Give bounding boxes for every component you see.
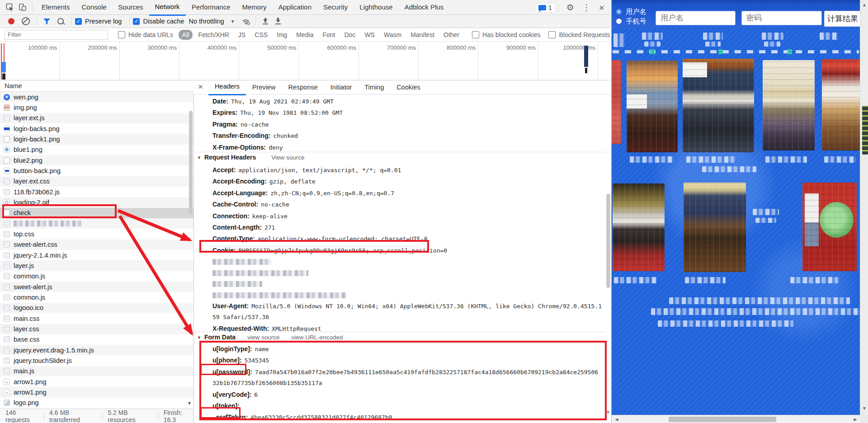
view-source-link[interactable]: view source [247,334,279,341]
request-row[interactable]: sweet-alert.css [0,240,193,250]
thumbnail[interactable] [627,61,678,152]
close-devtools-icon[interactable]: × [595,2,609,13]
filter-input[interactable] [5,30,108,40]
page-horizontal-scroll-thumb[interactable] [669,417,776,422]
thumbnail[interactable] [613,183,665,271]
filter-chip[interactable]: CSS [251,30,271,40]
page-vertical-scrollbar[interactable]: ▲ ▼ [860,0,868,415]
request-row[interactable]: blue2.png [0,155,193,165]
radio-phone[interactable]: 手机号 [616,16,646,26]
thumbnail[interactable] [822,59,860,150]
request-row[interactable]: main.js [0,366,193,376]
filter-chip[interactable]: WS [361,30,378,40]
scroll-up-icon[interactable]: ▲ [860,2,868,7]
details-tab[interactable]: Cookies [390,80,426,94]
request-row[interactable]: main.css [0,313,193,324]
request-row[interactable] [0,218,193,229]
details-tab[interactable]: Initiator [324,80,359,94]
request-row[interactable]: loading-2.gif [0,197,193,207]
preserve-log-checkbox[interactable]: Preserve log [75,18,122,25]
filter-chip[interactable]: Fetch/XHR [194,30,232,40]
network-conditions-icon[interactable] [241,16,251,26]
filter-chip[interactable]: Manifest [407,30,438,40]
import-har-icon[interactable] [260,16,270,26]
thumbnail-cut[interactable] [612,60,621,144]
disable-cache-checkbox[interactable]: Disable cache [133,18,184,25]
devtools-tab[interactable]: Console [76,0,113,14]
filter-chip[interactable]: Img [273,30,291,40]
scroll-left-icon[interactable]: ◀ [613,417,621,422]
request-row[interactable]: top.css [0,229,193,239]
scroll-down-icon[interactable]: ▼ [186,400,193,407]
scroll-down-icon[interactable]: ▼ [860,406,868,411]
network-timeline-overview[interactable]: 100000 ms200000 ms300000 ms400000 ms5000… [0,42,611,80]
request-row[interactable]: logooo.ico [0,303,193,313]
scroll-down-icon[interactable]: ▼ [604,409,612,416]
devtools-tab[interactable]: Sources [113,0,149,14]
close-details-icon[interactable]: × [193,82,208,93]
request-row[interactable]: jquery.event.drag-1.5.min.js [0,345,193,355]
request-row[interactable]: base.css [0,334,193,345]
details-tab[interactable]: Timing [358,80,390,94]
request-row[interactable]: jquery.touchSlider.js [0,355,193,366]
details-tab[interactable]: Response [282,80,324,94]
request-row[interactable]: check [0,208,193,218]
request-row[interactable]: common.js [0,292,193,302]
request-row[interactable]: 118.fb73b062.js [0,187,193,197]
request-row[interactable]: arrow1.png [0,376,193,387]
request-row[interactable]: common.js [0,271,193,282]
request-row[interactable]: logo.png [0,398,193,408]
clear-icon[interactable] [22,17,30,25]
details-scrollbar[interactable] [606,194,610,288]
device-toolbar-icon[interactable] [18,2,28,12]
request-row[interactable]: wen.png [0,92,193,102]
request-row[interactable]: jquery-2.1.4.min.js [0,250,193,260]
filter-funnel-icon[interactable] [42,16,52,26]
devtools-tab[interactable]: Performance [186,0,236,14]
filter-chip[interactable]: All [179,30,193,40]
scroll-right-icon[interactable]: ▶ [851,417,859,422]
devtools-tab[interactable]: Application [273,0,317,14]
view-url-encoded-link[interactable]: view URL-encoded [291,334,343,341]
request-row[interactable]: layer.ext.css [0,176,193,187]
devtools-tab[interactable]: Lighthouse [354,0,398,14]
filter-chip[interactable]: Wasm [380,30,405,40]
export-har-icon[interactable] [273,16,283,26]
filter-chip[interactable]: JS [235,30,249,40]
filter-chip[interactable]: Media [292,30,317,40]
request-row[interactable]: layer.ext.js [0,113,193,123]
request-headers-section-title[interactable]: ▼ Request Headers View source [197,154,305,161]
page-horizontal-scrollbar[interactable]: ◀ ▶ [612,415,860,423]
request-row[interactable]: layer.css [0,324,193,334]
page-vertical-scroll-thumb[interactable] [861,104,868,156]
devtools-tab[interactable]: Elements [36,0,76,14]
thumbnail[interactable] [802,183,857,271]
form-data-section-title[interactable]: ▼ Form Data view source view URL-encoded [197,334,343,341]
thumbnail[interactable] [763,60,815,150]
request-list-header-name[interactable]: Name [0,80,193,92]
username-input[interactable] [656,11,736,25]
request-row[interactable]: img.png [0,102,193,113]
devtools-tab[interactable]: Memory [236,0,273,14]
request-row[interactable]: login-backs.png [0,123,193,134]
thumbnail[interactable] [683,59,754,152]
throttling-select[interactable]: No throttling ▼ [189,18,235,25]
request-row[interactable]: blue1.png [0,145,193,155]
view-source-link[interactable]: View source [271,154,304,161]
more-options-icon[interactable]: ⋮ [578,2,595,13]
devtools-tab[interactable]: Network [149,0,186,16]
thumbnail[interactable] [684,183,746,272]
devtools-tab[interactable]: Security [317,0,354,14]
password-input[interactable] [741,11,822,25]
calculate-result-button[interactable]: 计算结果 [824,11,861,27]
blocked-requests-checkbox[interactable]: Blocked Requests [548,31,610,38]
filter-chip[interactable]: Other [440,30,463,40]
hide-data-urls-checkbox[interactable]: Hide data URLs [118,31,173,38]
filter-chip[interactable]: Font [319,30,339,40]
request-row[interactable]: layer.js [0,260,193,271]
request-list-scrollbar[interactable] [189,111,193,214]
inspect-element-icon[interactable] [5,2,15,12]
devtools-tab[interactable]: Adblock Plus [399,0,450,14]
request-row[interactable]: login-back1.png [0,134,193,144]
radio-username[interactable]: 用户名 [616,7,646,16]
